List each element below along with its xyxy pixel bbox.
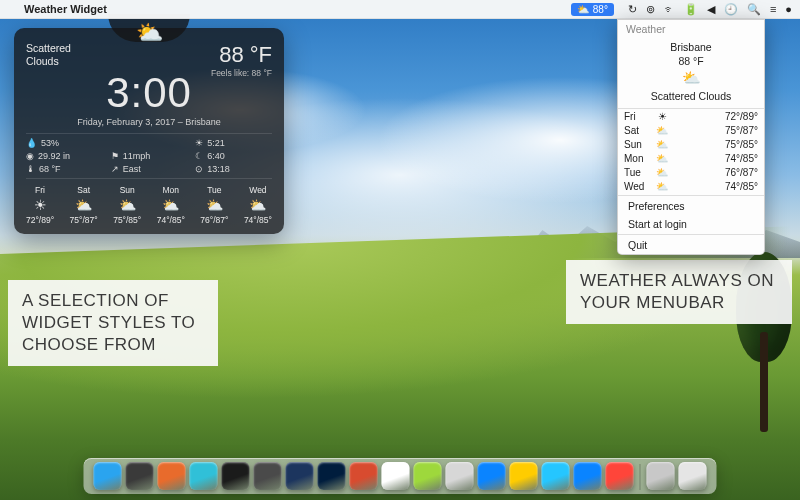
dd-day-range: 72°/89° [674,110,764,124]
metric-pressure: ◉29.92 in [26,151,103,161]
wifi-icon[interactable]: ᯤ [664,3,675,15]
widget-dateline: Friday, February 3, 2017 – Brisbane [26,117,272,127]
dropdown-summary: Brisbane 88 °F ⛅ Scattered Clouds [618,38,764,107]
dd-day-icon: ☀︎ [650,110,674,124]
weather-status-icon: ⛅ [577,4,589,15]
battery-icon[interactable]: 🔋 [684,3,698,16]
fday-icon: ⛅ [113,197,141,215]
airdrop-icon[interactable]: ⊚ [646,3,655,16]
widget-forecast-day: Mon⛅74°/85° [157,185,185,226]
fday-icon: ☀︎ [26,197,54,215]
dock-app-icon[interactable] [126,462,154,490]
fday-label: Sun [113,185,141,196]
dd-day: Sat [618,124,650,138]
widget-temp: 88 °F [211,42,272,68]
widget-forecast: Fri☀︎72°/89°Sat⛅75°/87°Sun⛅75°/85°Mon⛅74… [26,185,272,226]
fday-range: 74°/85° [244,215,272,226]
widget-feels-like: Feels like: 88 °F [211,68,272,78]
dock-app-icon[interactable] [446,462,474,490]
dropdown-city: Brisbane [622,40,760,54]
dock-app-icon[interactable] [286,462,314,490]
spotlight-icon[interactable]: 🔍 [747,3,761,16]
dock-app-icon[interactable] [350,462,378,490]
dropdown-temp: 88 °F [622,54,760,68]
metric-wind: ⚑11mph [111,151,188,161]
fday-icon: ⛅ [244,197,272,215]
dock-app-icon[interactable] [679,462,707,490]
menu-quit[interactable]: Quit [618,236,764,254]
fday-label: Fri [26,185,54,196]
metric-humidity: 💧53% [26,138,103,148]
dock-app-icon[interactable] [254,462,282,490]
dock-app-icon[interactable] [190,462,218,490]
dropdown-forecast-row: Sun⛅75°/85° [618,138,764,152]
dropdown-forecast-row: Tue⛅76°/87° [618,166,764,180]
dd-day: Wed [618,180,650,194]
fday-label: Wed [244,185,272,196]
dd-day: Fri [618,110,650,124]
timemachine-icon[interactable]: ↻ [628,3,637,16]
dropdown-forecast-row: Wed⛅74°/85° [618,180,764,194]
app-name-menu[interactable]: Weather Widget [24,3,107,15]
fday-icon: ⛅ [157,197,185,215]
widget-forecast-day: Sat⛅75°/87° [70,185,98,226]
caption-left: A SELECTION OF WIDGET STYLES TO CHOOSE F… [8,280,218,366]
dock-app-icon[interactable] [647,462,675,490]
dd-day-icon: ⛅ [650,138,674,152]
widget-forecast-day: Tue⛅76°/87° [200,185,228,226]
dropdown-forecast-table: Fri☀︎72°/89°Sat⛅75°/87°Sun⛅75°/85°Mon⛅74… [618,110,764,194]
fday-range: 76°/87° [200,215,228,226]
metric-dewpoint: 🌡68 °F [26,164,103,174]
dock-app-icon[interactable] [414,462,442,490]
dock-app-icon[interactable] [606,462,634,490]
dd-day-icon: ⛅ [650,124,674,138]
dock-app-icon[interactable] [542,462,570,490]
widget-main-icon: ⛅ [136,20,163,46]
menubar-weather-status[interactable]: ⛅ 88° [571,3,614,16]
metric-sunrise: ☀︎5:21 [195,138,272,148]
dropdown-forecast-row: Sat⛅75°/87° [618,124,764,138]
metric-blank [111,138,188,148]
dd-day-range: 75°/87° [674,124,764,138]
widget-metrics: 💧53% ☀︎5:21 ◉29.92 in ⚑11mph ☾6:40 🌡68 °… [26,138,272,174]
fday-range: 74°/85° [157,215,185,226]
fday-label: Mon [157,185,185,196]
dock-app-icon[interactable] [222,462,250,490]
widget-forecast-day: Wed⛅74°/85° [244,185,272,226]
weather-status-temp: 88° [593,4,608,15]
dropdown-cond-icon: ⛅ [622,68,760,88]
dock-app-icon[interactable] [478,462,506,490]
caption-right: WEATHER ALWAYS ON YOUR MENUBAR [566,260,792,324]
widget-condition: Scattered Clouds [26,42,90,67]
fday-range: 75°/87° [70,215,98,226]
dd-day-icon: ⛅ [650,152,674,166]
user-icon[interactable]: ● [785,3,792,15]
weather-widget[interactable]: ⛅ Scattered Clouds 88 °F Feels like: 88 … [14,28,284,234]
dd-day-range: 76°/87° [674,166,764,180]
dd-day-range: 74°/85° [674,152,764,166]
fday-range: 75°/85° [113,215,141,226]
menu-preferences[interactable]: Preferences [618,197,764,215]
clock-icon[interactable]: 🕘 [724,3,738,16]
menu-start-at-login[interactable]: Start at login [618,215,764,233]
menubar: Weather Widget ⛅ 88° ↻ ⊚ ᯤ 🔋 ◀︎ 🕘 🔍 ≡ ● [0,0,800,19]
dropdown-title: Weather [618,20,764,38]
dd-day: Mon [618,152,650,166]
dropdown-forecast-row: Mon⛅74°/85° [618,152,764,166]
dd-day-range: 75°/85° [674,138,764,152]
dock-app-icon[interactable] [382,462,410,490]
dd-day: Sun [618,138,650,152]
dock-separator [640,464,641,490]
dock-app-icon[interactable] [510,462,538,490]
metric-sunset: ☾6:40 [195,151,272,161]
dock-app-icon[interactable] [94,462,122,490]
dock-app-icon[interactable] [574,462,602,490]
dock-app-icon[interactable] [158,462,186,490]
notification-center-icon[interactable]: ≡ [770,3,776,15]
metric-daylength: ⊙13:18 [195,164,272,174]
widget-forecast-day: Sun⛅75°/85° [113,185,141,226]
volume-icon[interactable]: ◀︎ [707,3,715,16]
fday-label: Tue [200,185,228,196]
fday-range: 72°/89° [26,215,54,226]
dock-app-icon[interactable] [318,462,346,490]
